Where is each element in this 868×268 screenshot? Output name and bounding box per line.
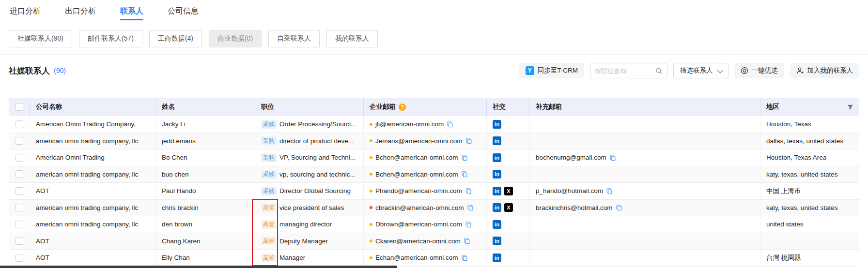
row-checkbox[interactable] [16, 221, 23, 228]
position-cell: 高管 managing director [255, 216, 364, 233]
position-title-text: Director Global Sourcing [279, 187, 351, 194]
table-row: american omni trading company, llc buo c… [9, 166, 859, 183]
section-title: 社媒联系人 [9, 65, 50, 76]
linkedin-icon[interactable]: in [493, 120, 501, 129]
email-status-dot [370, 173, 372, 176]
copy-icon[interactable] [465, 188, 472, 194]
filter-business-registry[interactable]: 工商数据(4) [149, 30, 202, 47]
one-click-optimize-button[interactable]: 一键优选 [734, 63, 784, 78]
email-status-dot [370, 206, 372, 209]
copy-icon[interactable] [461, 254, 468, 261]
name-cell: Bo Chen [156, 149, 255, 166]
name-cell: Elly Chan [156, 250, 255, 266]
linkedin-icon[interactable]: in [493, 237, 501, 245]
linkedin-icon[interactable]: in [493, 253, 501, 262]
position-cell: 高管 Deputy Manager [255, 233, 364, 250]
position-title-text: VP, Sourcing and Techni... [279, 154, 356, 161]
row-checkbox[interactable] [16, 154, 23, 162]
copy-icon[interactable] [461, 171, 468, 178]
select-all-checkbox[interactable] [16, 103, 23, 111]
tab-import-analysis[interactable]: 进口分析 [9, 0, 42, 22]
copy-icon[interactable] [447, 121, 453, 128]
copy-icon[interactable] [616, 204, 622, 211]
tcrm-logo-icon: Y [526, 66, 534, 75]
company-name-text: AOT [36, 254, 49, 261]
company-name-text: AOT [36, 238, 49, 245]
linkedin-icon[interactable]: in [493, 187, 501, 195]
badge-diamond-icon [741, 67, 748, 74]
filter-email-contacts[interactable]: 邮件联系人(57) [79, 30, 142, 47]
extra-email-cell: p_hando@hotmail.com [530, 183, 760, 199]
copy-icon[interactable] [465, 221, 472, 228]
top-tab-bar: 进口分析 出口分析 联系人 公司信息 [9, 0, 200, 22]
copy-icon[interactable] [465, 137, 472, 144]
extra-email-cell [530, 216, 760, 233]
copy-icon[interactable] [609, 154, 616, 161]
email-cell: Echan@american-omni.com [364, 250, 487, 266]
email-status-dot [370, 156, 372, 159]
search-icon[interactable] [655, 67, 663, 74]
filter-self-collected[interactable]: 自采联系人 [268, 30, 320, 47]
company-name-text: American Omni Trading Company, [36, 120, 136, 128]
email-text: Bchen@american-omni.com [375, 154, 458, 161]
company-cell: american omni trading company, llc [30, 166, 156, 183]
tab-contacts[interactable]: 联系人 [119, 0, 144, 22]
email-status-dot [370, 139, 372, 142]
table-row: american omni trading company, llc chris… [9, 200, 859, 217]
contact-name-text: chris brackin [162, 204, 199, 211]
funnel-icon[interactable] [847, 104, 853, 110]
name-cell: chris brackin [156, 200, 255, 216]
row-checkbox[interactable] [16, 137, 23, 145]
region-text: katy, texas, united states [766, 171, 838, 178]
email-status-dot [370, 190, 372, 193]
email-cell: cbrackin@american-omni.com [364, 200, 487, 216]
linkedin-icon[interactable]: in [493, 136, 501, 145]
x-icon[interactable]: X [504, 203, 513, 212]
header-email: 企业邮箱 ? [364, 98, 487, 116]
table-header-row: 公司名称 姓名 职位 企业邮箱 ? 社交 补充邮箱 地区 [9, 98, 859, 116]
sync-to-tcrm-button[interactable]: Y 同步至T-CRM [519, 63, 584, 78]
table-row: american omni trading company, llc jedd … [9, 133, 859, 150]
row-checkbox[interactable] [16, 204, 23, 211]
copy-icon[interactable] [464, 238, 470, 244]
question-badge-icon[interactable]: ? [399, 104, 406, 111]
filter-commercial-data[interactable]: 商业数据(0) [209, 30, 262, 47]
copy-icon[interactable] [467, 204, 474, 211]
table-row: American Omni Trading Bo Chen 采购 VP, Sou… [9, 149, 859, 166]
header-company: 公司名称 [30, 98, 156, 116]
name-cell: Jacky Li [156, 116, 255, 133]
region-cell: Houston, Texas Area [760, 149, 859, 166]
email-text: Ckaren@american-omni.com [375, 238, 461, 245]
filter-social-contacts[interactable]: 社媒联系人(90) [9, 30, 72, 47]
linkedin-icon[interactable]: in [493, 220, 501, 229]
email-text: Bchen@american-omni.com [375, 171, 458, 178]
horizontal-scrollbar-thumb[interactable] [0, 266, 397, 268]
company-name-text: american omni trading company, llc [36, 221, 138, 228]
position-search-input[interactable] [595, 67, 652, 74]
row-checkbox[interactable] [16, 254, 23, 262]
contact-name-text: Bo Chen [162, 154, 187, 161]
email-status-dot [370, 123, 372, 126]
table-row: AOT Chang Karen 高管 Deputy Manager Ckaren… [9, 233, 859, 250]
linkedin-icon[interactable]: in [493, 203, 501, 212]
x-icon[interactable]: X [504, 187, 513, 195]
email-text: Echan@american-omni.com [375, 254, 458, 261]
company-cell: AOT [30, 233, 156, 250]
social-cell: in [487, 149, 530, 166]
row-checkbox[interactable] [16, 170, 23, 178]
extra-email-cell: bochenumg@gmail.com [530, 149, 760, 166]
add-to-my-contacts-button[interactable]: 加入我的联系人 [790, 63, 860, 78]
linkedin-icon[interactable]: in [493, 153, 501, 162]
row-checkbox[interactable] [16, 187, 23, 195]
position-cell: 采购 Order Processing/Sourci... [255, 116, 364, 133]
tab-export-analysis[interactable]: 出口分析 [64, 0, 97, 22]
copy-icon[interactable] [461, 154, 468, 161]
row-checkbox[interactable] [16, 120, 23, 128]
tab-company-info[interactable]: 公司信息 [167, 0, 200, 22]
row-checkbox[interactable] [16, 237, 23, 245]
linkedin-icon[interactable]: in [493, 170, 501, 179]
copy-icon[interactable] [606, 188, 613, 194]
filter-contacts-dropdown[interactable]: 筛选联系人 [673, 63, 728, 78]
filter-my-contacts[interactable]: 我的联系人 [326, 30, 378, 47]
extra-email-cell: brackinchris@hotmail.com [530, 200, 760, 216]
